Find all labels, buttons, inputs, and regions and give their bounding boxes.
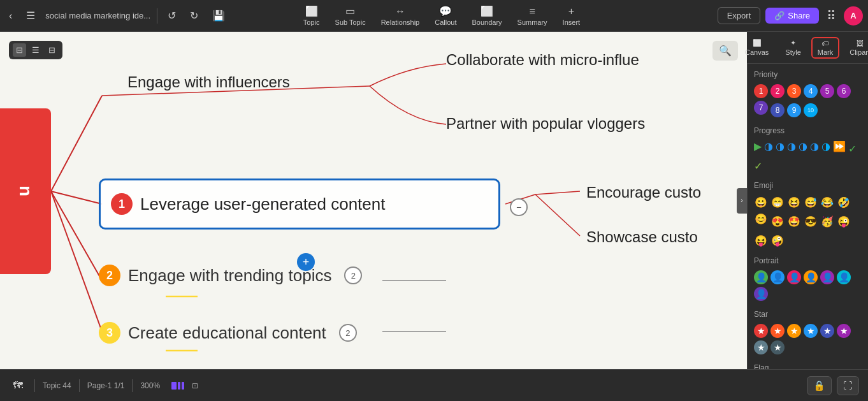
prog-2[interactable]: ◑ — [776, 140, 785, 155]
menu-button[interactable]: ☰ — [22, 7, 39, 24]
star-5[interactable]: ★ — [820, 324, 834, 338]
emoji-10[interactable]: 😎 — [804, 214, 818, 228]
share-button[interactable]: 🔗 Share — [765, 8, 819, 24]
trending-node[interactable]: 2 Engage with trending topics 2 — [99, 265, 362, 286]
emoji-11[interactable]: 🥳 — [820, 214, 834, 228]
portrait-3[interactable]: 👤 — [787, 270, 801, 284]
tool-callout[interactable]: 💬 Callout — [428, 3, 463, 29]
priority-9[interactable]: 9 — [787, 103, 801, 117]
save-button[interactable]: 💾 — [208, 7, 229, 24]
priority-6[interactable]: 6 — [837, 84, 851, 98]
tab-canvas[interactable]: ⬜ Canvas — [739, 36, 775, 59]
prog-1[interactable]: ◑ — [764, 140, 773, 155]
style-icon: ✦ — [790, 39, 796, 47]
educational-node[interactable]: 3 Create educational content 2 — [99, 322, 357, 344]
map-overview-button[interactable]: 🗺 — [9, 377, 27, 394]
priority-2[interactable]: 2 — [770, 84, 785, 98]
star-4[interactable]: ★ — [804, 324, 818, 338]
emoji-13[interactable]: 😝 — [754, 233, 768, 247]
grid-button[interactable]: ⠿ — [824, 6, 839, 26]
search-button[interactable]: 🔍 — [712, 41, 738, 61]
back-button[interactable]: ‹ — [5, 8, 16, 24]
portrait-4[interactable]: 👤 — [804, 270, 818, 284]
prog-7[interactable]: ⏩ — [833, 140, 846, 155]
leverage-node[interactable]: 1 Leverage user-generated content — [99, 179, 500, 230]
star-7[interactable]: ★ — [754, 340, 768, 354]
mini-btn-2[interactable]: ☰ — [29, 43, 43, 57]
priority-5[interactable]: 5 — [820, 84, 834, 98]
collapse-panel-button[interactable]: › — [737, 188, 747, 214]
avatar: A — [844, 6, 863, 26]
redo-button[interactable]: ↻ — [186, 7, 202, 24]
emoji-4[interactable]: 😅 — [804, 195, 818, 209]
root-node[interactable]: n — [0, 108, 51, 274]
priority-section: Priority 1 2 3 4 5 6 7 8 9 10 — [754, 70, 862, 117]
portrait-6[interactable]: 👤 — [837, 270, 851, 284]
collaborate-node[interactable]: Collaborate with micro-influe — [446, 51, 639, 69]
priority-1[interactable]: 1 — [754, 84, 768, 98]
priority-3[interactable]: 3 — [787, 84, 801, 98]
emoji-14[interactable]: 🤪 — [770, 233, 785, 247]
prog-4[interactable]: ◑ — [799, 140, 807, 155]
callout-icon: 💬 — [439, 5, 452, 17]
engage-influencers-node[interactable]: Engage with influencers — [127, 73, 290, 91]
tool-boundary[interactable]: ⬜ Boundary — [465, 3, 508, 29]
partner-node[interactable]: Partner with popular vloggers — [446, 115, 645, 133]
star-3[interactable]: ★ — [787, 324, 801, 338]
progress-section: Progress ▶ ◑ ◑ ◑ ◑ ◑ ◑ ⏩ ✓ ✓ — [754, 126, 862, 172]
tab-style[interactable]: ✦ Style — [779, 36, 807, 59]
export-button[interactable]: Export — [718, 7, 761, 24]
tool-relationship[interactable]: ↔ Relationship — [375, 3, 426, 29]
emoji-9[interactable]: 🤩 — [787, 214, 801, 228]
star-2[interactable]: ★ — [770, 324, 785, 338]
emoji-12[interactable]: 😜 — [837, 214, 851, 228]
tool-subtopic[interactable]: ▭ Sub Topic — [329, 3, 372, 29]
collapse-node-button[interactable]: − — [510, 198, 528, 216]
prog-3[interactable]: ◑ — [787, 140, 796, 155]
priority-7[interactable]: 7 — [754, 101, 768, 115]
portrait-2[interactable]: 👤 — [770, 270, 785, 284]
tab-clipart[interactable]: 🖼 Clipart — [843, 37, 868, 59]
priority-4[interactable]: 4 — [804, 84, 818, 98]
fit-icon: ⊡ — [192, 381, 198, 390]
tool-summary[interactable]: ≡ Summary — [511, 3, 554, 29]
emoji-1[interactable]: 😀 — [754, 195, 768, 209]
flag-section: Flag ⚑ ⚑ ⚑ ⚑ ⚑ ⚑ ⚑ ⚑ — [754, 363, 862, 369]
portrait-1[interactable]: 👤 — [754, 270, 768, 284]
priority-10[interactable]: 10 — [804, 103, 818, 117]
emoji-7[interactable]: 😊 — [754, 212, 768, 226]
encourage-node[interactable]: Encourage custo — [586, 184, 701, 201]
progress-title: Progress — [754, 126, 862, 135]
mini-btn-1[interactable]: ⊟ — [13, 43, 26, 57]
mini-btn-3[interactable]: ⊟ — [45, 43, 59, 57]
prog-check-2[interactable]: ✓ — [754, 160, 762, 172]
canvas-area[interactable]: ⊟ ☰ ⊟ 🔍 › n Engage with influen — [0, 32, 747, 369]
showcase-node[interactable]: Showcase custo — [586, 228, 698, 246]
emoji-5[interactable]: 😂 — [820, 195, 834, 209]
priority-8[interactable]: 8 — [770, 103, 785, 117]
prog-6[interactable]: ◑ — [821, 140, 830, 155]
undo-button[interactable]: ↺ — [164, 7, 180, 24]
lock-button[interactable]: 🔒 — [807, 376, 832, 395]
emoji-3[interactable]: 😆 — [787, 195, 801, 209]
toolbar-right: Export 🔗 Share ⠿ A — [718, 6, 863, 26]
trending-text: Engage with trending topics — [128, 266, 331, 286]
emoji-8[interactable]: 😍 — [770, 214, 785, 228]
tab-mark[interactable]: 🏷 Mark — [811, 37, 839, 59]
tool-topic[interactable]: ⬜ Topic — [297, 3, 326, 29]
star-8[interactable]: ★ — [770, 340, 785, 354]
portrait-7[interactable]: 👤 — [754, 287, 768, 301]
portrait-title: Portrait — [754, 256, 862, 265]
star-1[interactable]: ★ — [754, 324, 768, 338]
prog-5[interactable]: ◑ — [810, 140, 819, 155]
emoji-2[interactable]: 😁 — [770, 195, 785, 209]
star-6[interactable]: ★ — [837, 324, 851, 338]
svg-rect-14 — [182, 382, 184, 390]
fullscreen-button[interactable]: ⛶ — [837, 376, 859, 395]
subtopic-icon: ▭ — [345, 5, 355, 17]
prog-check-1[interactable]: ✓ — [848, 143, 857, 155]
emoji-6[interactable]: 🤣 — [837, 195, 851, 209]
portrait-5[interactable]: 👤 — [820, 270, 834, 284]
prog-0[interactable]: ▶ — [754, 140, 762, 155]
tool-insert[interactable]: + Insert — [556, 3, 587, 29]
